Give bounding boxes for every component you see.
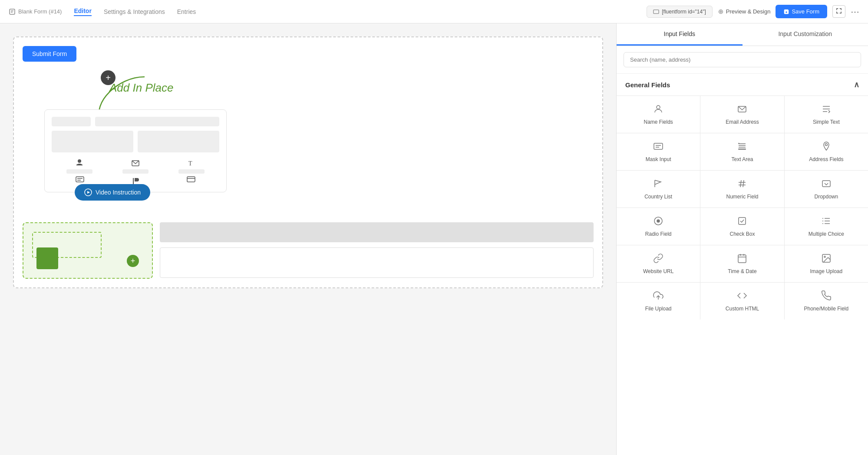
save-icon [783, 9, 789, 15]
svg-point-34 [657, 220, 660, 222]
tab-input-customization[interactable]: Input Customization [743, 23, 868, 46]
phone-field-icon [821, 290, 832, 302]
svg-rect-0 [10, 9, 15, 14]
email-address-label: Email Address [726, 119, 759, 125]
save-button[interactable]: Save Form [776, 5, 827, 18]
svg-text:T: T [188, 160, 192, 167]
field-item-text-area[interactable]: Text Area [700, 133, 784, 170]
phone-field-label: Phone/Mobile Field [804, 306, 848, 312]
svg-rect-3 [653, 10, 659, 13]
field-item-custom-html[interactable]: Custom HTML [700, 283, 784, 320]
field-item-numeric-field[interactable]: Numeric Field [700, 171, 784, 208]
brand-label: Blank Form (#14) [18, 8, 62, 15]
field-item-image-upload[interactable]: Image Upload [785, 245, 868, 282]
text-area-icon [737, 141, 747, 153]
simple-text-label: Simple Text [813, 119, 840, 125]
search-input[interactable] [624, 52, 861, 67]
image-upload-icon [821, 253, 832, 265]
svg-marker-16 [87, 191, 90, 194]
shortcode-icon [653, 9, 659, 15]
section-header-general: General Fields ∧ [617, 74, 868, 96]
brand-icon [9, 8, 16, 15]
right-panel: Input Fields Input Customization General… [616, 23, 868, 455]
mini-icon-email [122, 158, 149, 174]
submit-form-button[interactable]: Submit Form [23, 46, 76, 62]
image-upload-label: Image Upload [810, 268, 842, 274]
video-btn-label: Video Instruction [96, 189, 141, 196]
nav-editor[interactable]: Editor [74, 7, 91, 16]
nav-settings[interactable]: Settings & Integrations [104, 8, 165, 15]
custom-html-icon [737, 290, 747, 302]
preview-label: Preview & Design [726, 8, 771, 15]
svg-point-5 [719, 10, 723, 13]
check-box-label: Check Box [729, 231, 755, 237]
shortcode-text: [fluentform id="14"] [662, 9, 706, 15]
field-item-time-date[interactable]: Time & Date [700, 245, 784, 282]
mini-icon-card [187, 176, 195, 185]
expand-icon [836, 8, 842, 14]
video-instruction-button[interactable]: Video Instruction [75, 184, 150, 201]
address-fields-icon [821, 141, 832, 153]
tab-input-fields[interactable]: Input Fields [617, 23, 743, 46]
text-area-label: Text Area [731, 156, 753, 162]
email-address-icon [737, 104, 747, 115]
collapse-section-button[interactable]: ∧ [854, 80, 859, 89]
field-item-name-fields[interactable]: Name Fields [617, 96, 700, 133]
time-date-icon [737, 253, 747, 265]
field-item-check-box[interactable]: Check Box [700, 208, 784, 245]
editor-area: Submit Form + Add In Place [0, 23, 616, 455]
svg-line-31 [743, 180, 744, 187]
add-in-place-area: + Add In Place [23, 66, 594, 205]
nav-right: [fluentform id="14"] Preview & Design Sa… [647, 5, 859, 18]
mini-form-preview: T [44, 109, 227, 192]
mini-input-1 [52, 117, 91, 126]
country-list-label: Country List [644, 194, 672, 200]
more-button[interactable]: ⋯ [851, 7, 859, 17]
check-box-icon [737, 216, 747, 228]
field-item-file-upload[interactable]: File Upload [617, 283, 700, 320]
dropdown-label: Dropdown [814, 194, 838, 200]
add-plus-button[interactable]: + [127, 255, 139, 267]
panel-tabs: Input Fields Input Customization [617, 23, 868, 46]
svg-point-17 [657, 106, 660, 109]
white-input-box [160, 247, 594, 278]
section-general-label: General Fields [625, 81, 670, 89]
grey-bar [160, 222, 594, 242]
svg-rect-35 [739, 218, 746, 224]
field-item-phone-field[interactable]: Phone/Mobile Field [785, 283, 868, 320]
name-fields-label: Name Fields [644, 119, 673, 125]
address-fields-label: Address Fields [809, 156, 843, 162]
field-item-simple-text[interactable]: Simple Text [785, 96, 868, 133]
mask-input-label: Mask Input [646, 156, 671, 162]
expand-button[interactable] [832, 5, 845, 18]
submit-btn-wrapper: Submit Form [23, 46, 594, 62]
add-in-place-icon[interactable]: + [101, 70, 116, 85]
svg-rect-22 [654, 143, 663, 149]
panel-search [617, 46, 868, 74]
main-layout: Submit Form + Add In Place [0, 23, 868, 455]
field-item-email-address[interactable]: Email Address [700, 96, 784, 133]
field-item-mask-input[interactable]: Mask Input [617, 133, 700, 170]
nav-entries[interactable]: Entries [177, 8, 196, 15]
field-item-multiple-choice[interactable]: Multiple Choice [785, 208, 868, 245]
field-item-address-fields[interactable]: Address Fields [785, 133, 868, 170]
shortcode-box[interactable]: [fluentform id="14"] [647, 6, 713, 18]
save-label: Save Form [792, 8, 819, 15]
mini-input-3 [52, 131, 133, 152]
mini-icon-para [132, 176, 139, 185]
mini-input-4 [138, 131, 219, 152]
time-date-label: Time & Date [728, 268, 756, 274]
svg-point-27 [825, 144, 827, 146]
bottom-left-preview: + [23, 222, 153, 279]
numeric-field-icon [737, 178, 747, 190]
mini-input-2 [95, 117, 219, 126]
bottom-right-area [160, 222, 594, 279]
field-item-country-list[interactable]: Country List [617, 171, 700, 208]
video-icon [84, 188, 92, 196]
field-item-website-url[interactable]: Website URL [617, 245, 700, 282]
simple-text-icon [821, 104, 832, 115]
preview-button[interactable]: Preview & Design [718, 8, 771, 15]
numeric-field-label: Numeric Field [726, 194, 758, 200]
field-item-radio-field[interactable]: Radio Field [617, 208, 700, 245]
field-item-dropdown[interactable]: Dropdown [785, 171, 868, 208]
